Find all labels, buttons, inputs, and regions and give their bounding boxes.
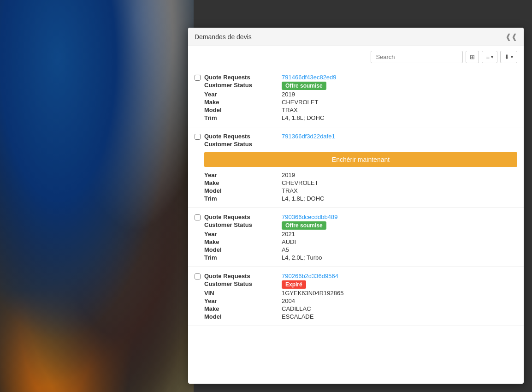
status-badge-4: Expiré bbox=[282, 280, 517, 289]
download-icon: ⬇ bbox=[504, 53, 509, 60]
value-year-2: 2019 bbox=[282, 172, 517, 178]
quote-record-1: Quote Requests 791466df43ec82ed9 Custome… bbox=[188, 68, 524, 127]
quote-record-3: Quote Requests 790366dcecddbb489 Custome… bbox=[188, 208, 524, 267]
badge-offre-soumise-3: Offre soumise bbox=[282, 221, 326, 230]
value-model-1: TRAX bbox=[282, 107, 517, 113]
label-trim-3: Trim bbox=[204, 254, 278, 261]
value-quote-id-1[interactable]: 791466df43ec82ed9 bbox=[282, 74, 517, 81]
quote-record-4: Quote Requests 790266b2d336d9564 Custome… bbox=[188, 267, 524, 326]
value-model-2: TRAX bbox=[282, 187, 517, 194]
badge-offre-soumise-1: Offre soumise bbox=[282, 82, 326, 90]
value-quote-id-4[interactable]: 790266b2d336d9564 bbox=[282, 273, 517, 279]
panel-title: Demandes de devis bbox=[195, 33, 252, 41]
label-model-4: Model bbox=[204, 313, 278, 320]
label-make-1: Make bbox=[204, 99, 278, 106]
label-year-1: Year bbox=[204, 91, 278, 98]
label-quote-requests-3: Quote Requests bbox=[204, 214, 278, 220]
table-icon: ≡ bbox=[486, 53, 490, 60]
label-customer-status-3: Customer Status bbox=[204, 221, 278, 230]
chevron-down-icon-dl: ▾ bbox=[511, 54, 513, 59]
value-make-2: CHEVROLET bbox=[282, 179, 517, 186]
background-image bbox=[0, 0, 194, 392]
status-badge-1: Offre soumise bbox=[282, 82, 517, 90]
label-model-2: Model bbox=[204, 187, 278, 194]
value-quote-id-3[interactable]: 790366dcecddbb489 bbox=[282, 214, 517, 220]
value-model-4: ESCALADE bbox=[282, 313, 517, 320]
value-trim-1: L4, 1.8L; DOHC bbox=[282, 114, 517, 121]
value-model-3: A5 bbox=[282, 246, 517, 253]
badge-expire-4: Expiré bbox=[282, 280, 306, 289]
record-1-fields: Quote Requests 791466df43ec82ed9 Custome… bbox=[204, 74, 517, 121]
record-2-fields: Quote Requests 791366df3d22dafe1 Custome… bbox=[204, 133, 517, 202]
value-vin-4: 1GYEK63N04R192865 bbox=[282, 290, 517, 297]
records-list: Quote Requests 791466df43ec82ed9 Custome… bbox=[188, 68, 524, 384]
value-make-4: CADILLAC bbox=[282, 305, 517, 312]
record-3-checkbox[interactable] bbox=[195, 214, 201, 220]
chevron-down-icon: ▾ bbox=[491, 54, 493, 59]
label-make-4: Make bbox=[204, 305, 278, 312]
status-badge-3: Offre soumise bbox=[282, 221, 517, 230]
record-2-checkbox[interactable] bbox=[195, 134, 201, 140]
value-make-1: CHEVROLET bbox=[282, 99, 517, 106]
value-year-3: 2021 bbox=[282, 231, 517, 238]
value-trim-3: L4, 2.0L; Turbo bbox=[282, 254, 517, 261]
encherer-button[interactable]: Enchérir maintenant bbox=[204, 152, 517, 167]
quote-record-2: Quote Requests 791366df3d22dafe1 Custome… bbox=[188, 127, 524, 208]
toolbar: ⊞ ≡ ▾ ⬇ ▾ bbox=[188, 46, 524, 68]
label-quote-requests-4: Quote Requests bbox=[204, 273, 278, 279]
label-vin-4: VIN bbox=[204, 290, 278, 297]
record-1-checkbox[interactable] bbox=[195, 75, 201, 81]
label-trim-2: Trim bbox=[204, 195, 278, 202]
download-button[interactable]: ⬇ ▾ bbox=[500, 51, 517, 63]
label-model-1: Model bbox=[204, 107, 278, 113]
label-year-4: Year bbox=[204, 297, 278, 304]
value-year-1: 2019 bbox=[282, 91, 517, 98]
label-customer-status-1: Customer Status bbox=[204, 82, 278, 90]
label-year-3: Year bbox=[204, 231, 278, 238]
record-4-fields: Quote Requests 790266b2d336d9564 Custome… bbox=[204, 273, 517, 320]
collapse-icon[interactable]: ❰❰ bbox=[505, 32, 517, 41]
label-customer-status-4: Customer Status bbox=[204, 280, 278, 289]
label-trim-1: Trim bbox=[204, 114, 278, 121]
value-quote-id-2[interactable]: 791366df3d22dafe1 bbox=[282, 133, 517, 140]
value-year-4: 2004 bbox=[282, 297, 517, 304]
label-customer-status-2: Customer Status bbox=[204, 141, 278, 148]
record-3-fields: Quote Requests 790366dcecddbb489 Custome… bbox=[204, 214, 517, 261]
label-quote-requests-1: Quote Requests bbox=[204, 74, 278, 81]
grid-icon: ⊞ bbox=[470, 53, 475, 60]
label-model-3: Model bbox=[204, 246, 278, 253]
panel-header: Demandes de devis ❰❰ bbox=[188, 28, 524, 46]
value-trim-2: L4, 1.8L; DOHC bbox=[282, 195, 517, 202]
label-year-2: Year bbox=[204, 172, 278, 178]
table-view-button[interactable]: ≡ ▾ bbox=[482, 51, 497, 63]
record-4-checkbox[interactable] bbox=[195, 273, 201, 279]
grid-view-button[interactable]: ⊞ bbox=[466, 51, 479, 63]
value-customer-status-2 bbox=[282, 141, 517, 148]
search-input[interactable] bbox=[371, 51, 463, 63]
value-make-3: AUDI bbox=[282, 238, 517, 245]
label-make-2: Make bbox=[204, 179, 278, 186]
label-quote-requests-2: Quote Requests bbox=[204, 133, 278, 140]
main-panel: Demandes de devis ❰❰ ⊞ ≡ ▾ ⬇ ▾ Quote Req… bbox=[188, 28, 524, 384]
label-make-3: Make bbox=[204, 238, 278, 245]
